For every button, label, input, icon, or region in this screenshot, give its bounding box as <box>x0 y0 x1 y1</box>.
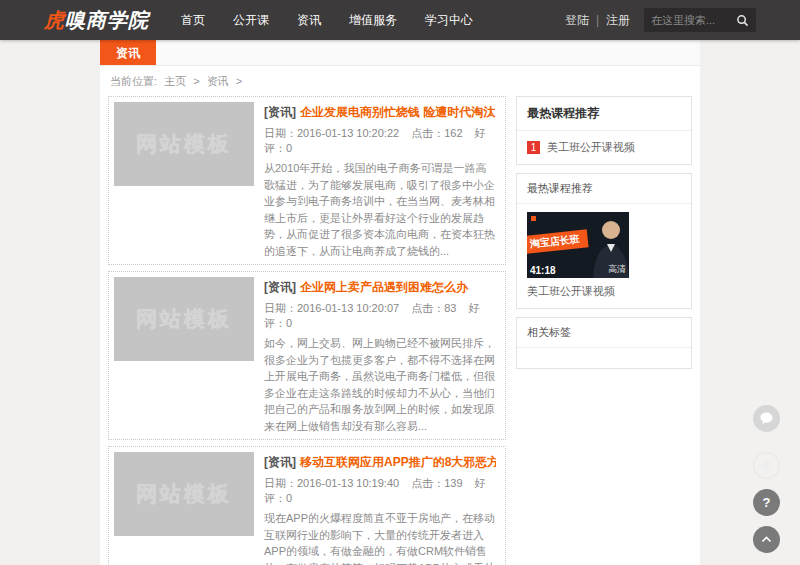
article-category: [资讯] <box>264 280 296 294</box>
article-title-row: [资讯]企业网上卖产品遇到困难怎么办 <box>264 279 496 296</box>
hot-course-item[interactable]: 1 美工班公开课视频 <box>517 131 691 164</box>
search-input[interactable] <box>651 14 736 26</box>
bell-icon <box>760 459 774 473</box>
article-meta: 日期：2016-01-13 10:20:22点击：162好评：0 <box>264 126 496 156</box>
thumbnail-watermark: 网站模板 <box>136 305 232 333</box>
article-summary: 现在APP的火爆程度简直不亚于房地产，在移动互联网行业的影响下，大量的传统开发者… <box>264 510 496 565</box>
main-nav: 首页 公开课 资讯 增值服务 学习中心 <box>167 0 487 40</box>
nav-item-value-services[interactable]: 增值服务 <box>335 0 411 40</box>
article-clicks: 点击：139 <box>411 477 462 489</box>
sidebar: 最热课程推荐 1 美工班公开课视频 最热课程推荐 <box>516 96 692 565</box>
article-title-link[interactable]: 企业发展电商别忙烧钱 险遭时代淘汰 <box>300 105 495 119</box>
article-item: 网站模板 [资讯]企业网上卖产品遇到困难怎么办 日期：2016-01-13 10… <box>108 271 506 440</box>
nav-item-news[interactable]: 资讯 <box>283 0 335 40</box>
article-date: 日期：2016-01-13 10:20:22 <box>264 127 399 139</box>
help-button[interactable]: ? <box>753 489 780 516</box>
breadcrumb-home[interactable]: 主页 <box>164 75 186 87</box>
login-link[interactable]: 登陆 <box>565 12 589 29</box>
back-to-top-button[interactable] <box>753 526 780 553</box>
article-meta: 日期：2016-01-13 10:19:40点击：139好评：0 <box>264 476 496 506</box>
register-link[interactable]: 注册 <box>606 12 630 29</box>
chevron-up-icon <box>760 533 773 546</box>
article-clicks: 点击：162 <box>411 127 462 139</box>
article-date: 日期：2016-01-13 10:19:40 <box>264 477 399 489</box>
nav-item-home[interactable]: 首页 <box>167 0 219 40</box>
rank-badge: 1 <box>527 141 540 154</box>
video-logo-mark <box>531 216 536 221</box>
video-course-box: 最热课程推荐 淘宝店长班 41:18 高清 美工班公开课视频 <box>516 173 692 309</box>
video-banner: 淘宝店长班 <box>527 229 589 254</box>
article-category: [资讯] <box>264 105 296 119</box>
top-header: 虎嗅商学院 首页 公开课 资讯 增值服务 学习中心 登陆 | 注册 <box>0 0 800 40</box>
question-mark-icon: ? <box>763 495 771 510</box>
notification-bell-button[interactable] <box>753 452 780 479</box>
main-area: 网站模板 [资讯]企业发展电商别忙烧钱 险遭时代淘汰 日期：2016-01-13… <box>100 96 700 565</box>
video-box-title: 最热课程推荐 <box>517 174 691 204</box>
video-duration: 41:18 <box>530 265 556 276</box>
content-card: 资讯 当前位置: 主页 > 资讯 > 网站模板 [资讯]企业发展电商别忙烧钱 险… <box>100 40 700 565</box>
article-text: [资讯]企业网上卖产品遇到困难怎么办 日期：2016-01-13 10:20:0… <box>254 277 500 434</box>
header-right: 登陆 | 注册 <box>565 8 756 32</box>
article-category: [资讯] <box>264 455 296 469</box>
breadcrumb-sep: > <box>236 75 242 87</box>
article-summary: 如今，网上交易、网上购物已经不被网民排斥，很多企业为了包揽更多客户，都不得不选择… <box>264 335 496 434</box>
article-thumbnail[interactable]: 网站模板 <box>114 277 254 361</box>
related-tags-box: 相关标签 <box>516 317 692 369</box>
video-thumbnail[interactable]: 淘宝店长班 41:18 高清 <box>527 212 629 278</box>
breadcrumb: 当前位置: 主页 > 资讯 > <box>100 66 700 96</box>
chat-bubble-icon <box>759 411 774 426</box>
article-text: [资讯]企业发展电商别忙烧钱 险遭时代淘汰 日期：2016-01-13 10:2… <box>254 102 500 259</box>
search-icon[interactable] <box>736 14 749 27</box>
section-tabbar: 资讯 <box>100 40 700 66</box>
video-caption-link[interactable]: 美工班公开课视频 <box>527 284 681 299</box>
hot-course-box: 最热课程推荐 1 美工班公开课视频 <box>516 96 692 165</box>
article-title-row: [资讯]移动互联网应用APP推广的8大邪恶方式 <box>264 454 496 471</box>
hot-course-title: 最热课程推荐 <box>517 97 691 131</box>
article-date: 日期：2016-01-13 10:20:07 <box>264 302 399 314</box>
logo-rest: 嗅商学院 <box>65 9 149 31</box>
article-list: 网站模板 [资讯]企业发展电商别忙烧钱 险遭时代淘汰 日期：2016-01-13… <box>108 96 506 565</box>
article-meta: 日期：2016-01-13 10:20:07点击：83好评：0 <box>264 301 496 331</box>
article-title-link[interactable]: 企业网上卖产品遇到困难怎么办 <box>300 280 468 294</box>
nav-item-learning-center[interactable]: 学习中心 <box>411 0 487 40</box>
tab-news-active[interactable]: 资讯 <box>100 40 156 65</box>
qq-chat-button[interactable] <box>753 405 780 432</box>
breadcrumb-sep: > <box>193 75 199 87</box>
article-item: 网站模板 [资讯]移动互联网应用APP推广的8大邪恶方式 日期：2016-01-… <box>108 446 506 565</box>
hot-course-link[interactable]: 美工班公开课视频 <box>547 140 635 155</box>
article-text: [资讯]移动互联网应用APP推广的8大邪恶方式 日期：2016-01-13 10… <box>254 452 500 565</box>
article-clicks: 点击：83 <box>411 302 456 314</box>
article-thumbnail[interactable]: 网站模板 <box>114 102 254 186</box>
site-logo[interactable]: 虎嗅商学院 <box>44 7 149 34</box>
video-wrap: 淘宝店长班 41:18 高清 美工班公开课视频 <box>517 204 691 308</box>
video-quality-badge: 高清 <box>608 263 626 276</box>
article-summary: 从2010年开始，我国的电子商务可谓是一路高歌猛进，为了能够发展电商，吸引了很多… <box>264 160 496 259</box>
breadcrumb-current[interactable]: 资讯 <box>207 75 229 87</box>
nav-item-open-course[interactable]: 公开课 <box>219 0 283 40</box>
related-tags-body <box>517 348 691 368</box>
article-item: 网站模板 [资讯]企业发展电商别忙烧钱 险遭时代淘汰 日期：2016-01-13… <box>108 96 506 265</box>
logo-first-char: 虎 <box>44 9 65 31</box>
thumbnail-watermark: 网站模板 <box>136 480 232 508</box>
article-thumbnail[interactable]: 网站模板 <box>114 452 254 536</box>
auth-links: 登陆 | 注册 <box>565 12 630 29</box>
article-title-link[interactable]: 移动互联网应用APP推广的8大邪恶方式 <box>300 455 496 469</box>
breadcrumb-prefix: 当前位置: <box>110 75 157 87</box>
auth-divider: | <box>596 13 599 27</box>
article-title-row: [资讯]企业发展电商别忙烧钱 险遭时代淘汰 <box>264 104 496 121</box>
search-box[interactable] <box>644 8 756 32</box>
related-tags-title: 相关标签 <box>517 318 691 348</box>
thumbnail-watermark: 网站模板 <box>136 130 232 158</box>
